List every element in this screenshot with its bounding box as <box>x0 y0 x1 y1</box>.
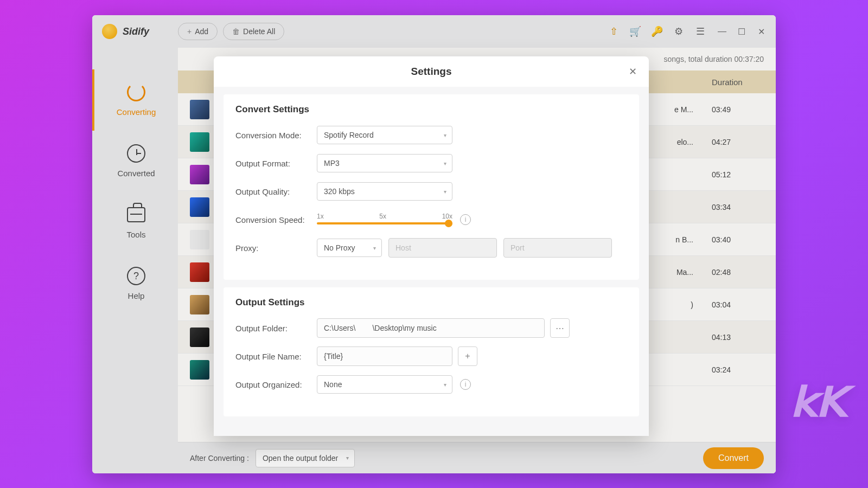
close-icon: ✕ <box>629 66 637 78</box>
slider-thumb[interactable] <box>445 220 452 227</box>
output-folder-input[interactable] <box>317 318 545 338</box>
output-settings-heading: Output Settings <box>235 297 627 308</box>
chevron-down-icon: ▾ <box>444 189 446 195</box>
speed-mid: 5x <box>379 213 386 220</box>
modal-body: Convert Settings Conversion Mode: Spotif… <box>214 87 649 436</box>
conversion-mode-value: Spotify Record <box>324 131 374 139</box>
modal-title: Settings <box>411 66 452 78</box>
chevron-down-icon: ▾ <box>444 382 446 388</box>
output-format-label: Output Format: <box>235 159 317 168</box>
add-filename-token-button[interactable]: + <box>458 346 477 366</box>
conversion-speed-label: Conversion Speed: <box>235 215 317 224</box>
proxy-port-input[interactable] <box>503 238 612 258</box>
output-organized-label: Output Organized: <box>235 380 317 389</box>
convert-settings-panel: Convert Settings Conversion Mode: Spotif… <box>224 94 639 280</box>
output-quality-label: Output Quality: <box>235 187 317 196</box>
output-format-value: MP3 <box>324 159 340 168</box>
conversion-mode-select[interactable]: Spotify Record ▾ <box>317 126 452 144</box>
plus-icon: + <box>465 351 470 361</box>
speed-min: 1x <box>317 213 324 220</box>
output-quality-value: 320 kbps <box>324 187 355 196</box>
proxy-value: No Proxy <box>324 243 355 252</box>
chevron-down-icon: ▾ <box>444 132 446 138</box>
chevron-down-icon: ▾ <box>444 160 446 166</box>
output-format-select[interactable]: MP3 ▾ <box>317 154 452 172</box>
proxy-select[interactable]: No Proxy ▾ <box>317 239 382 257</box>
modal-close-button[interactable]: ✕ <box>625 64 640 79</box>
chevron-down-icon: ▾ <box>373 245 376 251</box>
output-filename-label: Output File Name: <box>235 352 317 361</box>
output-organized-select[interactable]: None ▾ <box>317 375 452 394</box>
app-window: Sidify + Add 🗑 Delete All ⇧ 🛒 🔑 ⚙ ☰ — ☐ … <box>92 15 776 473</box>
info-icon[interactable]: i <box>460 214 471 225</box>
modal-header: Settings ✕ <box>214 56 649 87</box>
conversion-mode-label: Conversion Mode: <box>235 131 317 140</box>
ellipsis-icon: ⋯ <box>556 323 564 333</box>
proxy-label: Proxy: <box>235 243 317 253</box>
output-quality-select[interactable]: 320 kbps ▾ <box>317 182 452 201</box>
browse-folder-button[interactable]: ⋯ <box>550 318 570 338</box>
proxy-host-input[interactable] <box>388 238 497 258</box>
settings-modal: Settings ✕ Convert Settings Conversion M… <box>214 56 649 436</box>
convert-settings-heading: Convert Settings <box>235 104 627 115</box>
info-icon[interactable]: i <box>460 379 471 390</box>
output-folder-label: Output Folder: <box>235 324 317 333</box>
output-settings-panel: Output Settings Output Folder: ⋯ Output … <box>224 287 639 416</box>
output-filename-input[interactable] <box>317 346 452 366</box>
watermark: ᵏᴷ <box>785 373 835 455</box>
conversion-speed-slider[interactable]: 1x 5x 10x <box>317 215 452 224</box>
output-organized-value: None <box>324 380 342 389</box>
speed-max: 10x <box>442 213 452 220</box>
